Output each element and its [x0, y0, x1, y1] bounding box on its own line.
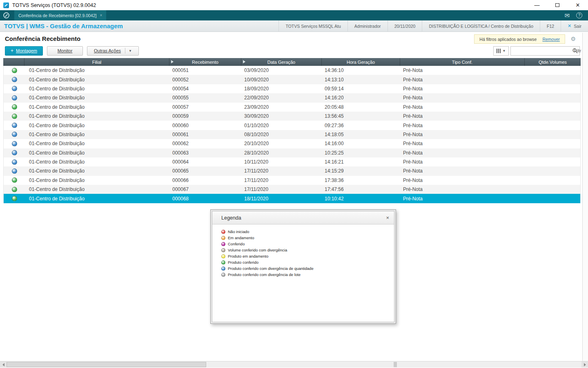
- table-row[interactable]: 01-Centro de Distribuição00006108/10/202…: [4, 130, 580, 139]
- legend-close-icon[interactable]: ×: [386, 215, 389, 221]
- cell-qtde-volumes: [525, 112, 580, 121]
- legend-item: Volume conferido com divergência: [221, 247, 394, 253]
- environment-info: TOTVS Serviços MSSQL Atu Administrador 2…: [278, 20, 588, 31]
- f12-shortcut[interactable]: F12: [540, 20, 561, 31]
- legend-label: Produto conferido: [228, 260, 258, 265]
- table-row[interactable]: 01-Centro de Distribuição00005723/09/202…: [4, 103, 580, 112]
- legend-label: Produto conferido com divergência de qua…: [228, 266, 314, 271]
- cell-tipo-conf: Pré-Nota: [401, 176, 525, 185]
- legend-color-icon: [221, 230, 225, 234]
- table-row[interactable]: 01-Centro de Distribuição00005930/09/202…: [4, 112, 580, 121]
- legend-title: Legenda: [221, 215, 241, 221]
- scroll-right-arrow[interactable]: [581, 361, 588, 368]
- row-status-cell: [4, 112, 25, 121]
- column-header-recebimento[interactable]: Recebimento: [169, 58, 241, 66]
- tab-conferencia-recebimento[interactable]: Conferência de Recebimento [02.9.0042] ×: [14, 10, 106, 20]
- cell-filial: 01-Centro de Distribuição: [25, 66, 170, 75]
- collapsed-filter-panel[interactable]: [582, 33, 588, 361]
- cell-filial: 01-Centro de Distribuição: [25, 112, 170, 121]
- status-blue-icon: [12, 159, 17, 165]
- maximize-button[interactable]: [547, 0, 568, 10]
- cell-tipo-conf: Pré-Nota: [401, 75, 525, 84]
- cell-data-geracao: 18/11/2020: [242, 194, 322, 203]
- table-row[interactable]: 01-Centro de Distribuição00006818/11/202…: [4, 194, 580, 203]
- cell-data-geracao: 10/09/2020: [242, 75, 322, 84]
- filter-notice: Há filtros aplicados ao browse Remover: [474, 34, 565, 44]
- column-header-tipo-conf[interactable]: Tipo Conf.: [400, 58, 525, 66]
- legend-item: Produto em andamento: [221, 253, 394, 259]
- toolbar-right: ▼: [493, 46, 580, 56]
- remove-filter-link[interactable]: Remover: [542, 37, 560, 42]
- table-row[interactable]: 01-Centro de Distribuição00006617/11/202…: [4, 176, 580, 185]
- close-button[interactable]: ✕: [568, 0, 588, 10]
- column-header-filial[interactable]: Filial: [24, 58, 169, 66]
- cell-hora-geracao: 14:18:05: [322, 130, 401, 139]
- status-blue-icon: [12, 150, 17, 155]
- tab-close-icon[interactable]: ×: [100, 13, 102, 18]
- scroll-left-arrow[interactable]: [0, 361, 7, 368]
- column-header-hora-geracao[interactable]: Hora Geração: [322, 58, 400, 66]
- status-blue-icon: [12, 141, 17, 146]
- legend-item: Produto conferido: [221, 259, 394, 265]
- cell-hora-geracao: 14:16:00: [322, 139, 401, 148]
- status-blue-icon: [12, 77, 17, 82]
- cell-qtde-volumes: [525, 121, 580, 130]
- cell-tipo-conf: Pré-Nota: [401, 130, 525, 139]
- cell-tipo-conf: Pré-Nota: [401, 93, 525, 102]
- maximize-icon: [555, 3, 559, 7]
- table-row[interactable]: 01-Centro de Distribuição00006410/11/202…: [4, 157, 580, 166]
- horizontal-scrollbar-thumb[interactable]: [7, 362, 206, 367]
- sort-arrow-icon: [243, 60, 245, 63]
- app-header: TOTVS | WMS - Gestão de Armazenagem TOTV…: [0, 20, 588, 32]
- smartclient-menu-icon[interactable]: [3, 12, 9, 18]
- legend-dialog-header[interactable]: Legenda ×: [212, 211, 394, 224]
- cell-tipo-conf: Pré-Nota: [401, 66, 525, 75]
- cell-filial: 01-Centro de Distribuição: [25, 194, 170, 203]
- cell-hora-geracao: 10:25:25: [322, 148, 401, 157]
- cell-recebimento: 000065: [170, 166, 242, 175]
- cell-hora-geracao: 14:16:20: [322, 93, 401, 102]
- tab-label: Conferência de Recebimento [02.9.0042]: [18, 13, 96, 18]
- outras-acoes-button[interactable]: Outras Ações ▼: [87, 46, 139, 56]
- cell-hora-geracao: 13:56:45: [322, 112, 401, 121]
- table-row[interactable]: 01-Centro de Distribuição00005418/09/202…: [4, 84, 580, 93]
- minimize-button[interactable]: —: [527, 0, 547, 10]
- table-row[interactable]: 01-Centro de Distribuição00005103/09/202…: [4, 66, 580, 75]
- table-row[interactable]: 01-Centro de Distribuição00006517/11/202…: [4, 166, 580, 175]
- gear-icon[interactable]: ⚙: [570, 36, 576, 42]
- table-row[interactable]: 01-Centro de Distribuição00006001/10/202…: [4, 121, 580, 130]
- table-row[interactable]: 01-Centro de Distribuição00005522/09/202…: [4, 93, 580, 102]
- mail-icon[interactable]: ✉: [564, 12, 570, 19]
- cell-hora-geracao: 17:38:36: [322, 176, 401, 185]
- legend-label: Produto em andamento: [228, 254, 268, 258]
- cell-data-geracao: 08/10/2020: [242, 130, 322, 139]
- table-row[interactable]: 01-Centro de Distribuição00006220/10/202…: [4, 139, 580, 148]
- cell-tipo-conf: Pré-Nota: [401, 103, 525, 112]
- help-icon[interactable]: ?: [576, 12, 582, 18]
- cell-filial: 01-Centro de Distribuição: [25, 185, 170, 194]
- legend-label: Conferido: [228, 242, 245, 246]
- cell-qtde-volumes: [525, 148, 580, 157]
- search-box: [510, 46, 580, 56]
- cell-data-geracao: 22/09/2020: [242, 93, 322, 102]
- column-config-button[interactable]: ▼: [493, 46, 509, 56]
- column-header-qtde-volumes[interactable]: Qtde.Volumes: [525, 58, 581, 66]
- cell-filial: 01-Centro de Distribuição: [25, 93, 170, 102]
- status-blue-icon: [12, 132, 17, 137]
- search-input[interactable]: [510, 46, 580, 56]
- monitor-button[interactable]: Monitor: [47, 46, 83, 56]
- table-row[interactable]: 01-Centro de Distribuição00006717/11/202…: [4, 185, 580, 194]
- cell-recebimento: 000052: [170, 75, 242, 84]
- table-row[interactable]: 01-Centro de Distribuição00005210/09/202…: [4, 75, 580, 84]
- columns-icon: [497, 49, 497, 53]
- sair-button[interactable]: ✕Sair: [561, 20, 588, 31]
- legend-label: Não iniciado: [228, 229, 249, 234]
- montagem-button[interactable]: + Montagem: [5, 46, 43, 56]
- status-column-header[interactable]: [3, 58, 24, 66]
- column-header-data-geracao[interactable]: Data Geração: [241, 58, 322, 66]
- cell-data-geracao: 30/09/2020: [242, 112, 322, 121]
- cell-filial: 01-Centro de Distribuição: [25, 176, 170, 185]
- cell-recebimento: 000067: [170, 185, 242, 194]
- table-row[interactable]: 01-Centro de Distribuição00006328/10/202…: [4, 148, 580, 157]
- status-blue-icon: [12, 168, 17, 174]
